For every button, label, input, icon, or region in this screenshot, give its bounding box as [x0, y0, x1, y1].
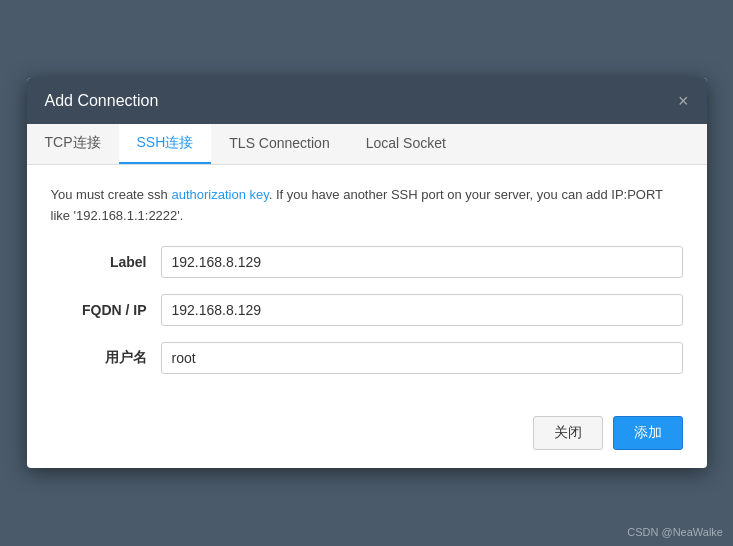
dialog-body: You must create ssh authorization key. I… [27, 165, 707, 407]
username-input[interactable] [161, 342, 683, 374]
cancel-button[interactable]: 关闭 [533, 416, 603, 450]
fqdn-row: FQDN / IP [51, 294, 683, 326]
tab-ssh[interactable]: SSH连接 [119, 124, 212, 164]
username-field-label: 用户名 [51, 349, 161, 367]
label-row: Label [51, 246, 683, 278]
fqdn-field-label: FQDN / IP [51, 302, 161, 318]
watermark: CSDN @NeaWalke [627, 526, 723, 538]
tab-bar: TCP连接 SSH连接 TLS Connection Local Socket [27, 124, 707, 165]
dialog-title: Add Connection [45, 92, 159, 110]
dialog-footer: 关闭 添加 [27, 406, 707, 468]
label-input[interactable] [161, 246, 683, 278]
tab-local-socket[interactable]: Local Socket [348, 124, 464, 164]
username-row: 用户名 [51, 342, 683, 374]
add-connection-dialog: Add Connection × TCP连接 SSH连接 TLS Connect… [27, 78, 707, 469]
close-icon-button[interactable]: × [678, 92, 689, 110]
confirm-button[interactable]: 添加 [613, 416, 683, 450]
tab-tcp[interactable]: TCP连接 [27, 124, 119, 164]
info-text-before-link: You must create ssh [51, 187, 172, 202]
dialog-header: Add Connection × [27, 78, 707, 124]
fqdn-input[interactable] [161, 294, 683, 326]
info-text: You must create ssh authorization key. I… [51, 185, 683, 227]
tab-tls[interactable]: TLS Connection [211, 124, 347, 164]
label-field-label: Label [51, 254, 161, 270]
authorization-key-link[interactable]: authorization key [171, 187, 268, 202]
